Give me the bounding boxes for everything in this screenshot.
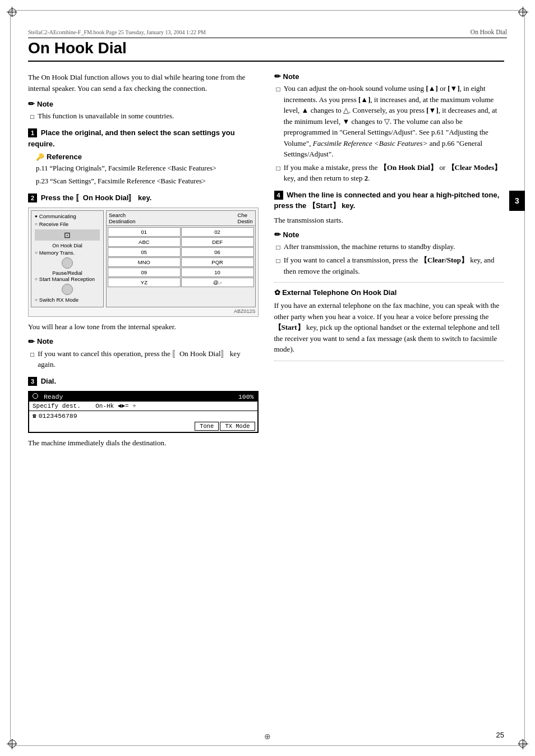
ref-icon: 🔑: [36, 153, 44, 161]
step-1-num: 1: [28, 128, 37, 137]
note-icon-2: ✏: [28, 337, 35, 346]
left-column: The On Hook Dial function allows you to …: [28, 72, 259, 453]
ready-display: Ready 100% Specify dest. On-Hk ◄►= ÷ ☎ 0…: [28, 391, 259, 433]
note-icon-3: ✏: [274, 72, 281, 81]
main-content: On Hook Dial The On Hook Dial function a…: [28, 39, 504, 722]
ready-percent: 100%: [238, 393, 254, 400]
ready-number-row: ☎ 0123456789: [29, 411, 257, 421]
external-title: ✿ External Telephone On Hook Dial: [274, 288, 505, 297]
ref-item-1: p.11 “Placing Originals”, Facsimile Refe…: [36, 163, 259, 174]
note-3-item-2: □ If you make a mistake, press the 【On H…: [274, 162, 505, 184]
ml-item-4: ○ Start Manual Reception: [35, 276, 100, 282]
on-hook-btn: [35, 257, 100, 269]
checkbox-3b: □: [276, 163, 280, 184]
transmission-starts: The transmission starts.: [274, 215, 505, 226]
note-3-item-1: □ You can adjust the on-hook sound volum…: [274, 83, 505, 160]
machine-dials-text: The machine immediately dials the destin…: [28, 437, 259, 449]
note-4-item-1: □ After transmission, the machine return…: [274, 241, 505, 252]
reg-circle-tr: [519, 8, 527, 16]
page-header: StellaC2-AEcombine-F_FM.book Page 25 Tue…: [28, 20, 507, 38]
ref-header: 🔑 Reference: [36, 153, 259, 161]
page-title: On Hook Dial: [28, 39, 504, 62]
chapter-number: 3: [515, 196, 519, 205]
note-1-header: ✏ Note: [28, 99, 259, 108]
note-icon-4: ✏: [274, 230, 281, 239]
two-column-layout: The On Hook Dial function allows you to …: [28, 72, 504, 453]
note-2-header: ✏ Note: [28, 337, 259, 346]
step-4-header: 4 When the line is connected and you hea…: [274, 190, 505, 211]
ready-label: Ready: [33, 393, 63, 400]
ready-bottom-bar: Tone TX Mode: [29, 421, 257, 432]
checkbox-2: □: [30, 349, 34, 370]
note-4-header: ✏ Note: [274, 230, 505, 239]
file-info: StellaC2-AEcombine-F_FM.book Page 25 Tue…: [28, 29, 206, 35]
note-icon-1: ✏: [28, 99, 35, 108]
dotted-separator-1: [274, 282, 505, 283]
step-4-num: 4: [274, 191, 283, 200]
step-2-header: 2 Press the 〚On Hook Dial〛 key.: [28, 192, 259, 204]
header-section-title: On Hook Dial: [471, 29, 507, 38]
machine-display: ● Communicating ○ Receive File ⊡ On Hook…: [31, 210, 256, 307]
step-2-num: 2: [28, 193, 37, 202]
ref-item-2: p.23 “Scan Settings”, Facsimile Referenc…: [36, 176, 259, 187]
note-4: ✏ Note □ After transmission, the machine…: [274, 230, 505, 276]
reg-circle-bl: [8, 740, 16, 748]
step-3-header: 3 Dial.: [28, 376, 259, 387]
copy-icon-area: ⊡: [35, 229, 100, 241]
ml-item-2: ○ Receive File: [35, 221, 100, 227]
machine-left-panel: ● Communicating ○ Receive File ⊡ On Hook…: [31, 210, 104, 307]
ready-top-bar: Ready 100%: [29, 392, 257, 402]
note-4-item-2: □ If you want to cancel a transmission, …: [274, 255, 505, 276]
note-3: ✏ Note □ You can adjust the on-hook soun…: [274, 72, 505, 184]
tone-button: Tone: [195, 422, 219, 431]
ml-item-3: ○ Memory Trans.: [35, 250, 100, 256]
page-number: 25: [496, 731, 504, 739]
checkbox-4a: □: [276, 242, 280, 252]
reference-section: 🔑 Reference p.11 “Placing Originals”, Fa…: [36, 153, 259, 187]
machine-keypad: 01 02 ABC DEF 05 06 MNO PQR 09 10 YZ @.-: [107, 226, 255, 288]
note-2-item: □ If you want to cancel this operation, …: [28, 348, 259, 370]
note-1: ✏ Note □ This function is unavailable in…: [28, 99, 259, 122]
checkbox-3a: □: [276, 84, 280, 160]
ready-middle-bar: Specify dest. On-Hk ◄►= ÷: [29, 402, 257, 411]
machine-right-panel: SearchDestination CheDestin 01 02 ABC DE…: [106, 210, 256, 307]
checkbox-1: □: [30, 112, 34, 122]
pause-redial-label: Pause/Redial: [35, 270, 100, 276]
machine-right-top: SearchDestination CheDestin: [107, 211, 255, 226]
machine-display-image: ● Communicating ○ Receive File ⊡ On Hook…: [28, 208, 259, 317]
intro-paragraph: The On Hook Dial function allows you to …: [28, 72, 259, 94]
footer-mark: ⊕: [264, 732, 271, 741]
checkbox-4b: □: [276, 256, 280, 276]
external-text: If you have an external telephone on the…: [274, 300, 505, 355]
note-2: ✏ Note □ If you want to cancel this oper…: [28, 337, 259, 370]
reg-circle-tl: [8, 8, 16, 16]
phone-icon: ☎: [33, 412, 36, 420]
pause-btn: [35, 284, 100, 295]
ml-item-1: ● Communicating: [35, 213, 100, 219]
step-3-num: 3: [28, 377, 37, 386]
tx-mode-button: TX Mode: [220, 422, 255, 431]
chapter-tab: 3: [509, 191, 525, 211]
on-hook-dial-label: On Hook Dial: [35, 243, 100, 248]
hear-low-tone-text: You will hear a low tone from the intern…: [28, 321, 259, 333]
step-1-header: 1 Place the original, and then select th…: [28, 127, 259, 149]
right-column: ✏ Note □ You can adjust the on-hook soun…: [274, 72, 505, 453]
ml-item-5: ○ Switch RX Mode: [35, 297, 100, 303]
note-3-header: ✏ Note: [274, 72, 505, 81]
reg-circle-br: [519, 740, 527, 748]
sun-icon: ✿: [274, 288, 280, 297]
note-1-item: □ This function is unavailable in some c…: [28, 110, 259, 122]
dotted-separator-2: [274, 361, 505, 361]
machine-image-label: ABZ012S: [31, 307, 256, 314]
